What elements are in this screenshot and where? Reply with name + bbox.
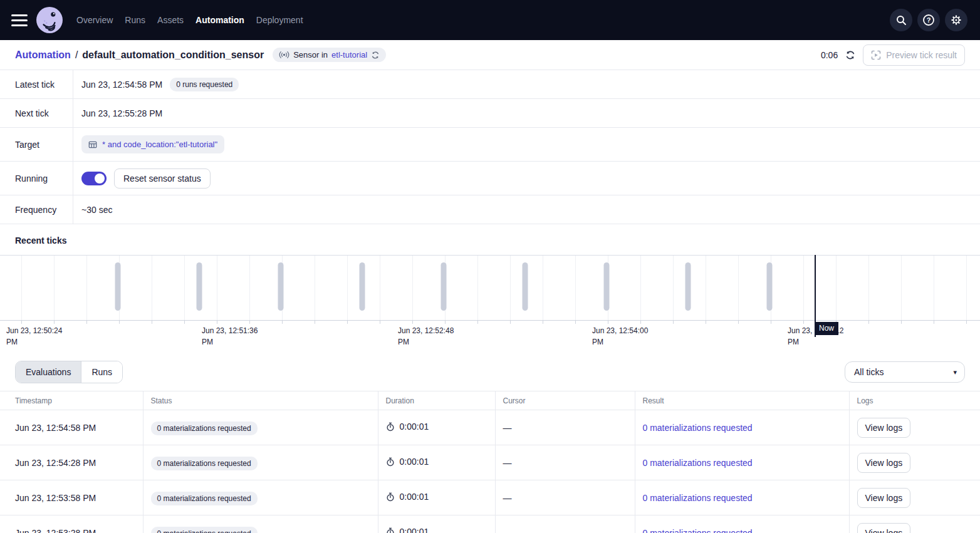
evaluation-row: Jun 23, 12:53:58 PM0 materializations re…	[0, 480, 980, 515]
nav-menu: Overview Runs Assets Automation Deployme…	[76, 13, 303, 28]
timeline-plot	[0, 255, 980, 321]
detail-row-running: Running Reset sensor status	[0, 162, 980, 195]
detail-row-frequency: Frequency ~30 sec	[0, 195, 980, 224]
help-icon: ?	[922, 14, 935, 26]
gridline	[640, 256, 641, 320]
axis-tick	[803, 321, 804, 324]
view-mode-tabs: Evaluations Runs	[15, 361, 123, 383]
tick-filter-dropdown[interactable]: All ticks ▾	[845, 361, 965, 383]
menu-icon[interactable]	[11, 14, 28, 26]
dagster-logo-icon[interactable]	[36, 7, 63, 33]
ticks-timeline: Jun 23, 12:50:24 PMJun 23, 12:51:36 PMJu…	[0, 255, 980, 351]
tick-status-badge: 0 materializations requested	[151, 457, 258, 470]
nav-actions: ?	[890, 9, 967, 31]
tick-bar[interactable]	[115, 262, 120, 311]
nav-item-overview[interactable]: Overview	[76, 13, 113, 28]
tab-runs[interactable]: Runs	[81, 361, 122, 383]
next-tick-time: Jun 23, 12:55:28 PM	[81, 108, 162, 118]
tick-status-badge: 0 materializations requested	[151, 527, 258, 533]
tick-bar[interactable]	[278, 262, 283, 311]
tick-bar[interactable]	[360, 262, 365, 311]
latest-tick-time: Jun 23, 12:54:58 PM	[81, 80, 162, 90]
tick-bar[interactable]	[441, 262, 447, 311]
header-actions: 0:06 Preview tick result	[821, 44, 965, 66]
search-icon	[895, 14, 907, 26]
help-button[interactable]: ?	[917, 9, 940, 31]
gridline	[868, 256, 869, 320]
gridline	[21, 256, 22, 320]
tick-bar[interactable]	[522, 262, 528, 311]
view-logs-button[interactable]: View logs	[857, 523, 911, 533]
search-button[interactable]	[890, 9, 912, 31]
axis-label: Jun 23, 12:51:36 PM	[202, 325, 258, 348]
toggle-knob	[95, 173, 105, 184]
tick-timestamp: Jun 23, 12:54:58 PM	[15, 423, 96, 433]
evaluation-row: Jun 23, 12:53:28 PM0 materializations re…	[0, 515, 980, 533]
gridline	[934, 256, 934, 320]
col-header-duration: Duration	[378, 391, 495, 410]
recent-ticks-section: Recent ticks Jun 23, 12:50:24 PMJun 23, …	[0, 224, 980, 351]
stopwatch-icon	[386, 457, 395, 467]
refresh-button[interactable]	[845, 50, 855, 60]
sync-icon[interactable]	[371, 51, 380, 60]
gridline	[966, 256, 967, 320]
tick-filter-value: All ticks	[854, 367, 884, 377]
view-logs-button[interactable]: View logs	[857, 418, 911, 438]
tick-bar[interactable]	[603, 262, 609, 311]
target-selection-badge[interactable]: * and code_location:"etl-tutorial"	[81, 135, 224, 153]
tick-cursor: —	[503, 528, 512, 533]
axis-tick	[901, 321, 902, 324]
table-header-row: Timestamp Status Duration Cursor Result …	[0, 391, 980, 410]
tick-status-badge: 0 materializations requested	[151, 422, 258, 435]
list-controls: Evaluations Runs All ticks ▾	[0, 351, 980, 391]
tick-bar[interactable]	[196, 262, 202, 311]
refresh-countdown: 0:06	[821, 50, 838, 60]
col-header-result: Result	[635, 391, 849, 410]
target-selection-text: * and code_location:"etl-tutorial"	[102, 140, 217, 149]
tick-duration: 0:00:01	[386, 422, 429, 432]
gridline	[152, 256, 152, 320]
tick-result-link[interactable]: 0 materializations requested	[643, 528, 753, 533]
gridline	[510, 256, 511, 320]
breadcrumb-separator: /	[75, 49, 78, 61]
tick-bar[interactable]	[767, 262, 773, 311]
running-toggle[interactable]	[81, 172, 107, 185]
gridline	[249, 256, 250, 320]
chevron-down-icon: ▾	[953, 368, 957, 376]
tick-bar[interactable]	[685, 262, 691, 311]
view-logs-button[interactable]: View logs	[857, 488, 911, 508]
code-location-link[interactable]: etl-tutorial	[331, 50, 367, 60]
nav-item-automation[interactable]: Automation	[195, 13, 244, 28]
nav-item-deployment[interactable]: Deployment	[256, 13, 303, 28]
refresh-icon	[845, 50, 855, 60]
col-header-timestamp: Timestamp	[0, 391, 143, 410]
gridline	[575, 256, 576, 320]
tick-result-link[interactable]: 0 materializations requested	[643, 423, 753, 433]
axis-tick	[868, 321, 869, 324]
tick-result-link[interactable]: 0 materializations requested	[643, 493, 753, 503]
nav-item-assets[interactable]: Assets	[157, 13, 184, 28]
nav-item-runs[interactable]: Runs	[125, 13, 145, 28]
axis-tick	[608, 321, 608, 324]
col-header-cursor: Cursor	[495, 391, 635, 410]
tick-result-link[interactable]: 0 materializations requested	[643, 458, 753, 468]
breadcrumb-automation-link[interactable]: Automation	[15, 49, 71, 61]
tick-cursor: —	[503, 423, 512, 433]
reset-sensor-status-button[interactable]: Reset sensor status	[114, 168, 211, 189]
view-logs-button[interactable]: View logs	[857, 453, 911, 473]
tab-evaluations[interactable]: Evaluations	[16, 361, 81, 383]
axis-tick	[315, 321, 315, 324]
gridline	[412, 256, 413, 320]
tick-cursor: —	[503, 493, 512, 503]
latest-tick-label: Latest tick	[0, 70, 73, 98]
axis-tick	[543, 321, 543, 324]
detail-row-target: Target * and code_location:"etl-tutorial…	[0, 128, 980, 162]
gridline	[86, 256, 87, 320]
axis-tick	[21, 321, 22, 324]
preview-tick-result-button[interactable]: Preview tick result	[863, 44, 965, 66]
axis-tick	[445, 321, 446, 324]
axis-tick	[510, 321, 511, 324]
axis-tick	[771, 321, 771, 324]
settings-button[interactable]	[945, 9, 967, 31]
breadcrumb: Automation / default_automation_conditio…	[15, 49, 264, 61]
